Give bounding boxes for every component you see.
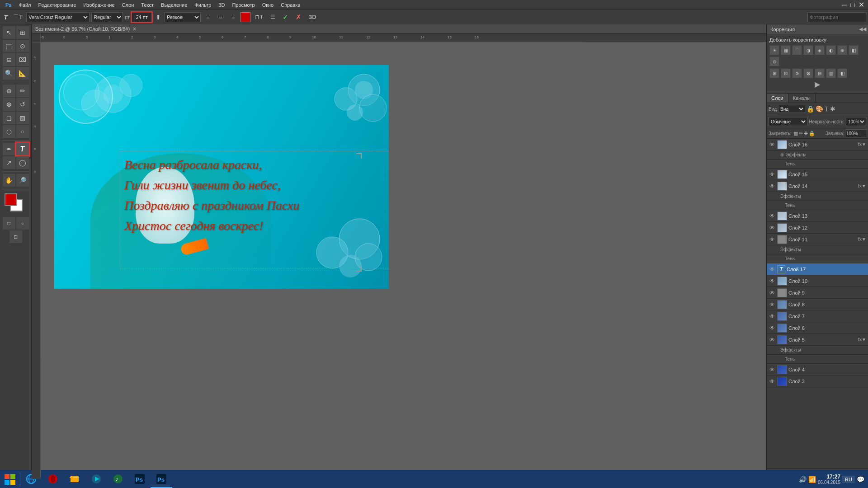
- search-input[interactable]: [807, 12, 866, 22]
- type-tool text-active[interactable]: T: [16, 143, 29, 155]
- quick-select-tool[interactable]: ⊆: [3, 53, 15, 66]
- invert-icon[interactable]: ⊘: [792, 68, 802, 78]
- lasso-tool[interactable]: ⊙: [16, 40, 29, 52]
- correction-nav-btn[interactable]: ▶: [815, 80, 820, 89]
- layer-visibility-toggle[interactable]: 👁: [769, 278, 776, 284]
- menu-edit[interactable]: Редактирование: [35, 1, 80, 9]
- brush-tool[interactable]: ✏: [16, 84, 29, 97]
- layer-kind-select[interactable]: Вид: [778, 105, 805, 113]
- text-color-swatch[interactable]: [241, 12, 250, 22]
- warp-text-btn[interactable]: ⊓T: [252, 13, 266, 21]
- layer-visibility-toggle[interactable]: 👁: [769, 225, 776, 231]
- tab-channels[interactable]: Каналы: [788, 94, 816, 103]
- layer-visibility-toggle[interactable]: 👁: [769, 266, 776, 272]
- gradient-map-icon[interactable]: ▧: [826, 68, 836, 78]
- language-btn[interactable]: RU: [842, 476, 855, 483]
- gradient-tool[interactable]: ▨: [16, 112, 29, 124]
- layer-item[interactable]: 👁 Слой 12: [767, 222, 868, 234]
- menu-3d[interactable]: 3D: [215, 1, 228, 9]
- cancel-btn[interactable]: ✗: [293, 12, 304, 22]
- layer-item[interactable]: 👁 Слой 4: [767, 364, 868, 375]
- channel-mix-icon[interactable]: ⊞: [769, 68, 779, 78]
- text-orientation-btn[interactable]: T: [2, 12, 9, 22]
- char-panel-btn[interactable]: ☰: [268, 13, 278, 21]
- maximize-btn[interactable]: □: [849, 1, 857, 9]
- layer-item[interactable]: 👁 Слой 5 fx▼: [767, 334, 868, 346]
- shape-tool[interactable]: ◯: [16, 156, 29, 169]
- screen-mode[interactable]: ⊟: [9, 230, 22, 243]
- text-warp-btn[interactable]: ⌒T: [11, 12, 24, 22]
- panel-collapse-btn[interactable]: ◀◀: [859, 26, 866, 32]
- layer-visibility-toggle[interactable]: 👁: [769, 141, 776, 148]
- lock-position-icon[interactable]: ✚: [804, 131, 808, 136]
- layer-visibility-toggle[interactable]: 👁: [769, 171, 776, 178]
- layer-item[interactable]: 👁 Слой 6: [767, 322, 868, 334]
- ruler-tool[interactable]: 📐: [16, 67, 29, 80]
- lock-all-icon[interactable]: 🔒: [809, 131, 815, 136]
- blur-tool[interactable]: ◌: [3, 125, 15, 138]
- layer-fx-badge[interactable]: fx▼: [858, 183, 866, 188]
- layer-fx-badge[interactable]: fx▼: [858, 142, 866, 147]
- hand-tool[interactable]: ✋: [3, 174, 15, 187]
- menu-file[interactable]: Файл: [15, 1, 34, 9]
- tab-layers[interactable]: Слои: [767, 94, 788, 103]
- selective-color-icon[interactable]: ◧: [837, 68, 847, 78]
- move-tool[interactable]: ↖: [3, 26, 15, 39]
- dodge-tool[interactable]: ○: [16, 125, 29, 138]
- layer-visibility-toggle[interactable]: 👁: [769, 313, 776, 319]
- align-right-btn[interactable]: ≡: [228, 12, 239, 22]
- layer-item[interactable]: 👁 Слой 10: [767, 275, 868, 287]
- layer-fx-badge[interactable]: fx▼: [858, 337, 866, 342]
- minimize-btn[interactable]: ─: [840, 1, 849, 9]
- spot-heal-tool[interactable]: ⊕: [3, 84, 15, 97]
- filter-color-icon[interactable]: 🎨: [816, 105, 823, 113]
- file-tab[interactable]: Без имени-2 @ 66,7% (Слой 10, RGB/8#) ✕: [32, 24, 766, 33]
- lock-transparency-icon[interactable]: ▩: [793, 131, 798, 136]
- close-btn[interactable]: ✕: [857, 0, 866, 9]
- threshold-icon[interactable]: ⊟: [815, 68, 825, 78]
- photo-filter-icon[interactable]: ⊙: [769, 56, 779, 66]
- layer-item[interactable]: 👁 Слой 11 fx▼: [767, 234, 868, 245]
- taskbar-ps-active[interactable]: Ps: [151, 471, 172, 488]
- menu-image[interactable]: Изображение: [80, 1, 118, 9]
- layer-visibility-toggle[interactable]: 👁: [769, 378, 776, 385]
- path-select-tool[interactable]: ↗: [3, 156, 15, 169]
- filter-type-icon[interactable]: T: [825, 105, 829, 113]
- bw-icon[interactable]: ◧: [849, 45, 859, 55]
- menu-text[interactable]: Текст: [137, 1, 157, 9]
- color-lookup-icon[interactable]: ⊡: [781, 68, 791, 78]
- curves-icon[interactable]: ⌒: [792, 45, 802, 55]
- text-handle-br[interactable]: [356, 266, 362, 272]
- taskbar-music[interactable]: ♪: [107, 471, 129, 488]
- posterize-icon[interactable]: ⊠: [803, 68, 813, 78]
- crop-tool[interactable]: ⌧: [16, 53, 29, 66]
- marquee-rect-tool[interactable]: ⬚: [3, 40, 15, 52]
- layer-visibility-toggle[interactable]: 👁: [769, 337, 776, 343]
- align-left-btn[interactable]: ≡: [203, 12, 213, 22]
- canvas-scroll[interactable]: Весна разбросала краски, Гили жизни звен…: [41, 52, 766, 479]
- layer-item[interactable]: 👁 Слой 16 fx▼: [767, 139, 868, 150]
- text-handle-tr[interactable]: [356, 153, 362, 159]
- layer-visibility-toggle[interactable]: 👁: [769, 290, 776, 296]
- colorbal-icon[interactable]: ⊕: [837, 45, 847, 55]
- layer-item-selected[interactable]: 👁 T Слой 17: [767, 263, 868, 275]
- mode-normal[interactable]: □: [3, 217, 15, 230]
- hsl-icon[interactable]: ◐: [826, 45, 836, 55]
- menu-filter[interactable]: Фильтр: [191, 1, 215, 9]
- layer-visibility-toggle[interactable]: 👁: [769, 325, 776, 331]
- align-center-btn[interactable]: ≡: [215, 12, 226, 22]
- layer-visibility-toggle[interactable]: 👁: [769, 213, 776, 219]
- 3d-btn[interactable]: 3D: [306, 13, 319, 21]
- size-up-btn[interactable]: ⬆: [154, 13, 163, 22]
- taskbar-explorer[interactable]: [64, 471, 85, 488]
- menu-select[interactable]: Выделение: [157, 1, 191, 9]
- layer-visibility-toggle[interactable]: 👁: [769, 366, 776, 373]
- filter-smart-icon[interactable]: ✱: [830, 105, 835, 113]
- blend-mode-select[interactable]: Обычные: [769, 117, 807, 126]
- layer-visibility-toggle[interactable]: 👁: [769, 236, 776, 243]
- pen-tool[interactable]: ✒: [3, 143, 15, 155]
- notification-icon[interactable]: 💬: [857, 476, 864, 483]
- layer-visibility-toggle[interactable]: 👁: [769, 183, 776, 189]
- opacity-select[interactable]: 100%: [846, 117, 866, 126]
- brightness-icon[interactable]: ☀: [769, 45, 779, 55]
